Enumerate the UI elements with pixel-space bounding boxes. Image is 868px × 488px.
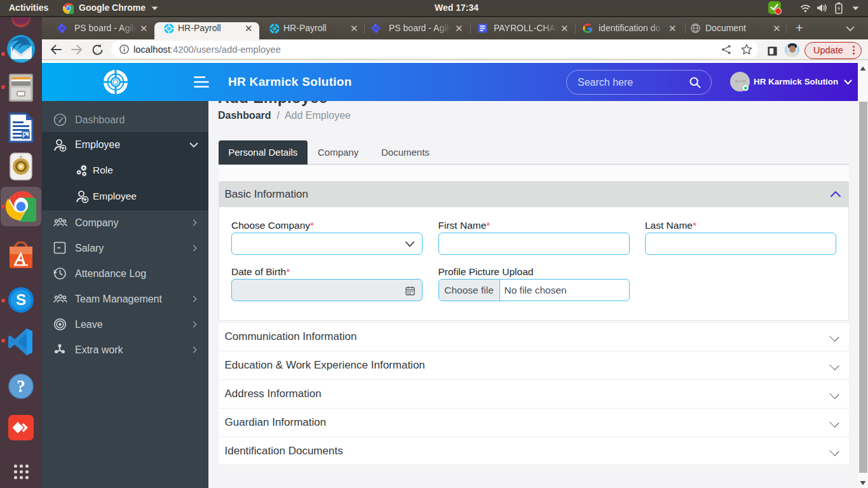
- svg-text:S: S: [16, 291, 26, 308]
- svg-text:?: ?: [17, 377, 25, 396]
